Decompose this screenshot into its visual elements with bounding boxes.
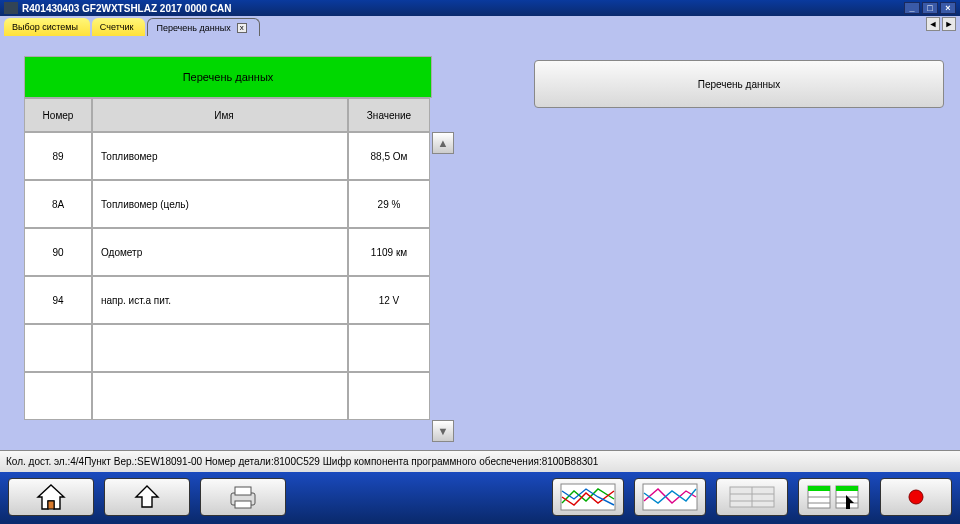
cell-name: Одометр (92, 228, 348, 276)
graph-view-1-button[interactable] (552, 478, 624, 516)
window-title: R401430403 GF2WXTSHLAZ 2017 0000 CAN (22, 3, 902, 14)
table-row[interactable]: 90 Одометр 1109 км (24, 228, 432, 276)
close-icon[interactable]: x (237, 23, 247, 33)
maximize-button[interactable]: □ (922, 2, 938, 14)
svg-point-21 (909, 490, 923, 504)
table-row[interactable] (24, 324, 432, 372)
cell-value: 12 V (348, 276, 430, 324)
tab-label: Счетчик (100, 22, 134, 32)
tab-label: Перечень данных (156, 23, 230, 33)
table-select-icon (806, 483, 862, 511)
tab-system-select[interactable]: Выбор системы (4, 18, 90, 36)
svg-rect-17 (836, 486, 858, 491)
up-arrow-icon (130, 483, 164, 511)
table-view-button[interactable] (716, 478, 788, 516)
tab-nav-arrows: ◄ ► (926, 17, 956, 31)
cell-name: Топливомер (92, 132, 348, 180)
cell-number: 8A (24, 180, 92, 228)
table-row[interactable]: 8A Топливомер (цель) 29 % (24, 180, 432, 228)
scroll-down-button[interactable]: ▼ (432, 420, 454, 442)
cell-number (24, 324, 92, 372)
table-scrollbar: ▲ ▼ (432, 132, 454, 442)
select-table-button[interactable] (798, 478, 870, 516)
scroll-up-button[interactable]: ▲ (432, 132, 454, 154)
window-titlebar: R401430403 GF2WXTSHLAZ 2017 0000 CAN _ □… (0, 0, 960, 16)
data-list-button[interactable]: Перечень данных (534, 60, 944, 108)
cell-value: 29 % (348, 180, 430, 228)
cell-value: 1109 км (348, 228, 430, 276)
cell-name (92, 324, 348, 372)
graph-view-2-button[interactable] (634, 478, 706, 516)
back-button[interactable] (104, 478, 190, 516)
header-value: Значение (348, 98, 430, 132)
tab-label: Выбор системы (12, 22, 78, 32)
svg-rect-13 (808, 486, 830, 491)
tab-prev-button[interactable]: ◄ (926, 17, 940, 31)
close-button[interactable]: × (940, 2, 956, 14)
line-chart-alt-icon (642, 483, 698, 511)
tab-data-list[interactable]: Перечень данных x (147, 18, 259, 36)
svg-marker-2 (136, 486, 158, 507)
header-number: Номер (24, 98, 92, 132)
cell-name (92, 372, 348, 420)
data-table-panel: Перечень данных Номер Имя Значение 89 То… (24, 56, 454, 442)
table-row[interactable] (24, 372, 432, 420)
minimize-button[interactable]: _ (904, 2, 920, 14)
record-button[interactable] (880, 478, 952, 516)
cell-name: напр. ист.а пит. (92, 276, 348, 324)
cell-number (24, 372, 92, 420)
table-icon (724, 483, 780, 511)
cell-number: 90 (24, 228, 92, 276)
tab-counter[interactable]: Счетчик (92, 18, 146, 36)
table-header: Номер Имя Значение (24, 98, 432, 132)
scroll-track[interactable] (432, 154, 454, 420)
tab-next-button[interactable]: ► (942, 17, 956, 31)
cell-value: 88,5 Ом (348, 132, 430, 180)
cell-number: 89 (24, 132, 92, 180)
svg-rect-1 (48, 501, 54, 509)
main-area: Перечень данных Номер Имя Значение 89 То… (0, 36, 960, 450)
right-panel: Перечень данных (534, 56, 952, 442)
record-icon (906, 487, 926, 507)
table-row[interactable]: 94 напр. ист.а пит. 12 V (24, 276, 432, 324)
cell-value (348, 324, 430, 372)
button-label: Перечень данных (698, 79, 780, 90)
print-button[interactable] (200, 478, 286, 516)
cell-number: 94 (24, 276, 92, 324)
home-button[interactable] (8, 478, 94, 516)
table-title: Перечень данных (24, 56, 432, 98)
cell-name: Топливомер (цель) (92, 180, 348, 228)
printer-icon (225, 483, 261, 511)
header-name: Имя (92, 98, 348, 132)
table-row[interactable]: 89 Топливомер 88,5 Ом (24, 132, 432, 180)
app-icon (4, 2, 18, 14)
bottom-toolbar (0, 472, 960, 522)
cell-value (348, 372, 430, 420)
home-icon (34, 483, 68, 511)
status-bar: Кол. дост. эл.:4/4Пункт Вер.:SEW18091-00… (0, 450, 960, 472)
svg-rect-4 (235, 487, 251, 495)
svg-rect-5 (235, 501, 251, 508)
line-chart-icon (560, 483, 616, 511)
status-text: Кол. дост. эл.:4/4Пункт Вер.:SEW18091-00… (6, 456, 598, 467)
tab-bar: Выбор системы Счетчик Перечень данных x … (0, 16, 960, 36)
